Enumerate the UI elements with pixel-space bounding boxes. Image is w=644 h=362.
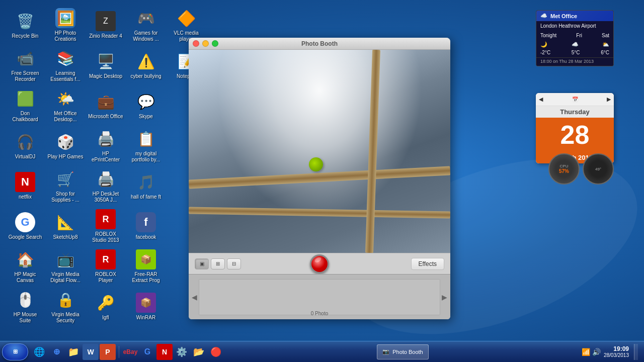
- weather-header: ☁️ Met Office: [536, 11, 613, 21]
- view-grid9-icon: ⊟: [232, 261, 236, 266]
- icon-magic-desktop[interactable]: 🖥️ Magic Desktop: [86, 45, 126, 85]
- icon-netflix[interactable]: N netflix: [5, 166, 45, 206]
- tray-volume-icon[interactable]: 🔊: [592, 348, 601, 356]
- calendar-widget: ◀ 📅 ▶ Thursday 28 March 2013: [536, 93, 614, 163]
- icon-hp-deskjet[interactable]: 🖨️ HP DeskJet 3050A J...: [86, 166, 126, 206]
- calendar-header: ◀ 📅 ▶: [536, 93, 614, 106]
- icon-hp-mouse[interactable]: 🖱️ HP Mouse Suite: [5, 287, 45, 327]
- tray-icons: 📶 🔊: [582, 348, 601, 356]
- start-button[interactable]: ⊞: [2, 343, 28, 360]
- sat-icon: ⛅: [602, 41, 609, 48]
- icon-hp-photo[interactable]: 🖼️ HP Photo Creations: [45, 5, 86, 45]
- windows-logo: ⊞: [13, 348, 18, 355]
- open-app-photobooth[interactable]: 📷 Photo Booth: [377, 344, 429, 359]
- weather-icons-row: 🌙 ☁️ ⛅: [536, 40, 613, 49]
- photobooth-window: Photo Booth ▣ ⊞ ⊟: [189, 38, 450, 319]
- icon-learning-essentials[interactable]: 📚 Learning Essentials f...: [45, 45, 86, 85]
- show-desktop-button[interactable]: [634, 344, 638, 360]
- tonight-icon: 🌙: [540, 41, 547, 48]
- beam-2: [189, 207, 450, 219]
- weather-location: London Heathrow Airport: [536, 21, 613, 31]
- taskbar-folder2[interactable]: 📂: [191, 344, 207, 360]
- window-maximize-button[interactable]: [212, 40, 218, 47]
- view-buttons: ▣ ⊞ ⊟: [195, 258, 241, 269]
- icon-chalkboard[interactable]: 🟩 Don Chalkboard: [5, 85, 45, 126]
- taskbar-google2[interactable]: G: [139, 344, 155, 360]
- view-single-button[interactable]: ▣: [195, 258, 209, 269]
- effects-button[interactable]: Effects: [411, 258, 444, 270]
- view-single-icon: ▣: [200, 261, 204, 266]
- taskbar: ⊞ 🌐 ⊕ 📁 W P eBay G N ⚙️ 📂 🔴 📷 Photo Boot…: [0, 341, 644, 362]
- taskbar-open-apps: 📷 Photo Booth: [377, 344, 429, 359]
- window-controls: [193, 40, 218, 47]
- cal-nav-right[interactable]: ▶: [607, 96, 611, 103]
- icon-extract[interactable]: 📦 Free-RAR Extract Prog: [126, 246, 166, 287]
- strip-arrow-right[interactable]: ▶: [442, 293, 447, 301]
- icon-recycle-bin[interactable]: 🗑️ Recycle Bin: [5, 5, 45, 45]
- icon-lgfl[interactable]: 🔑 lgfl: [86, 287, 126, 327]
- taskbar-red[interactable]: 🔴: [208, 344, 224, 360]
- taskbar-settings[interactable]: ⚙️: [174, 344, 190, 360]
- icon-met-office[interactable]: 🌤️ Met Office Desktop...: [45, 85, 86, 126]
- capture-button[interactable]: [310, 254, 329, 274]
- tray-clock[interactable]: 19:09 28/03/2013: [604, 345, 629, 358]
- icon-play-hp-games[interactable]: 🎲 Play HP Games: [45, 126, 86, 166]
- icon-microsoft-office[interactable]: 💼 Microsoft Office: [86, 85, 126, 126]
- icon-roblox-player[interactable]: R ROBLOX Player: [86, 246, 126, 287]
- taskbar-explorer[interactable]: 📁: [65, 344, 82, 360]
- icon-hall-of-fame[interactable]: 🎵 hall of fame ft: [126, 166, 166, 206]
- icon-hp-magic-canvas[interactable]: 🏠 HP Magic Canvas: [5, 246, 45, 287]
- photo-count: 0 Photo: [311, 311, 328, 316]
- icon-free-screen-recorder[interactable]: 📹 Free Screen Recorder: [5, 45, 45, 85]
- view-grid4-icon: ⊞: [216, 261, 220, 266]
- camera-feed: [189, 50, 450, 253]
- icon-virgin-media[interactable]: 📺 Virgin Media Digital Flow...: [45, 246, 86, 287]
- weather-timestamp: 18:00 on Thu 28 Mar 2013: [536, 57, 613, 66]
- window-minimize-button[interactable]: [202, 40, 209, 47]
- icon-winrar[interactable]: 📦 WinRAR: [126, 287, 166, 327]
- cal-nav-left[interactable]: ◀: [539, 96, 543, 103]
- icon-hp-eprint[interactable]: 🖨️ HP ePrintCenter: [86, 126, 126, 166]
- icon-cyber[interactable]: ⚠️ cyber bullying: [126, 45, 166, 85]
- fri-icon: ☁️: [572, 41, 579, 48]
- photo-strip: ◀ ▶ 0 Photo: [189, 274, 450, 319]
- tray-network-icon[interactable]: 📶: [582, 348, 590, 356]
- taskbar-word[interactable]: W: [83, 344, 99, 360]
- beam-3: [365, 50, 380, 253]
- weather-widget: ☁️ Met Office London Heathrow Airport To…: [536, 10, 614, 66]
- view-grid9-button[interactable]: ⊟: [227, 258, 241, 269]
- icon-virgin-security[interactable]: 🔒 Virgin Media Security: [45, 287, 86, 327]
- icon-shop-supplies[interactable]: 🛒 Shop for Supplies - ...: [45, 166, 86, 206]
- icon-games[interactable]: 🎮 Games for Windows ...: [126, 5, 166, 45]
- calendar-date: 28: [536, 118, 614, 152]
- window-title: Photo Booth: [301, 40, 338, 47]
- taskbar-chrome[interactable]: ⊕: [48, 344, 64, 360]
- green-object: [309, 157, 323, 171]
- icon-zinio[interactable]: Z Zinio Reader 4: [86, 5, 126, 45]
- strip-arrow-left[interactable]: ◀: [192, 293, 197, 301]
- taskbar-netflix2[interactable]: N: [156, 344, 173, 360]
- photobooth-toolbar: ▣ ⊞ ⊟ Effects: [189, 253, 450, 274]
- window-close-button[interactable]: [193, 40, 199, 47]
- icon-skype[interactable]: 💬 Skype: [126, 85, 166, 126]
- open-app-icon: 📷: [382, 348, 389, 355]
- temp-gauge: 49°: [583, 153, 614, 185]
- weather-temp-row: -2°C 5°C 6°C: [536, 49, 613, 57]
- icon-google-search[interactable]: G Google Search: [5, 206, 45, 246]
- taskbar-powerpoint[interactable]: P: [100, 344, 116, 360]
- view-grid4-button[interactable]: ⊞: [211, 258, 225, 269]
- sysmon-widget: CPU 57% 49°: [536, 153, 614, 185]
- icon-roblox-studio[interactable]: R ROBLOX Studio 2013: [86, 206, 126, 246]
- weather-days: Tonight Fri Sat: [536, 31, 613, 40]
- taskbar-quick-launch: 🌐 ⊕ 📁 W P eBay G N ⚙️ 📂 🔴: [31, 344, 224, 360]
- desktop-icons-container: 🗑️ Recycle Bin 📹 Free Screen Recorder 🟩 …: [5, 5, 196, 332]
- icon-virtualdj[interactable]: 🎧 VirtualDJ: [5, 126, 45, 166]
- strip-photos-area: [199, 279, 440, 315]
- weather-logo: ☁️: [540, 13, 547, 19]
- window-titlebar: Photo Booth: [189, 38, 450, 50]
- icon-facebook[interactable]: f facebook: [126, 206, 166, 246]
- taskbar-ie[interactable]: 🌐: [31, 344, 47, 360]
- icon-sketchup[interactable]: 📐 SketchUp8: [45, 206, 86, 246]
- icon-portfolio[interactable]: 📋 my digital portfolio by...: [126, 126, 166, 166]
- taskbar-ebay[interactable]: eBay: [122, 344, 138, 360]
